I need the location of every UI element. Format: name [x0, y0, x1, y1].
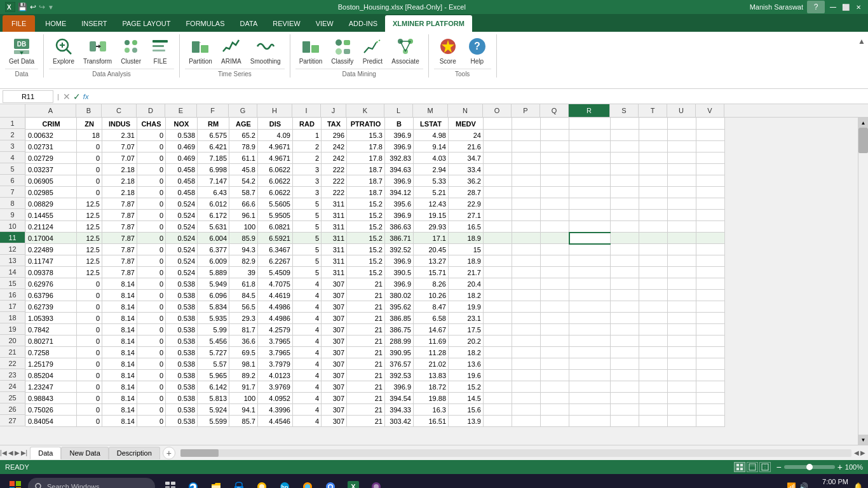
add-sheet-btn[interactable]: +	[163, 447, 175, 459]
cell-A24[interactable]: 1.23247	[26, 381, 77, 393]
cell-J24[interactable]: 307	[322, 381, 347, 393]
cell-N6[interactable]: 36.2	[449, 175, 484, 187]
cell-L1[interactable]: B	[385, 118, 414, 130]
cell-J3[interactable]: 242	[322, 141, 347, 152]
cell-O25[interactable]	[484, 393, 512, 404]
cell-V5[interactable]	[696, 164, 725, 175]
cell-M27[interactable]: 16.51	[414, 416, 449, 427]
cell-J25[interactable]: 307	[322, 393, 347, 404]
cell-C4[interactable]: 7.07	[102, 152, 137, 164]
cell-E14[interactable]: 0.524	[166, 267, 198, 278]
cell-C9[interactable]: 7.87	[102, 210, 137, 221]
cell-C20[interactable]: 8.14	[102, 336, 137, 347]
cell-L27[interactable]: 303.42	[385, 416, 414, 427]
cell-B6[interactable]: 0	[77, 175, 102, 187]
cell-D3[interactable]: 0	[137, 141, 166, 152]
cell-B26[interactable]: 0	[77, 404, 102, 416]
cell-A11[interactable]: 0.17004	[26, 233, 77, 244]
cell-B8[interactable]: 12.5	[77, 198, 102, 210]
cell-E4[interactable]: 0.469	[166, 152, 198, 164]
cell-T14[interactable]	[639, 267, 668, 278]
cell-E1[interactable]: NOX	[166, 118, 198, 130]
cell-E21[interactable]: 0.538	[166, 347, 198, 358]
predict-btn[interactable]: Predict	[358, 34, 386, 67]
cell-L24[interactable]: 396.9	[385, 381, 414, 393]
cell-C19[interactable]: 8.14	[102, 324, 137, 336]
cell-T21[interactable]	[639, 347, 668, 358]
cell-D9[interactable]: 0	[137, 210, 166, 221]
cell-G26[interactable]: 94.1	[229, 404, 258, 416]
cell-N8[interactable]: 22.9	[449, 198, 484, 210]
cell-E20[interactable]: 0.538	[166, 336, 198, 347]
redo-icon[interactable]: ↪	[39, 3, 45, 11]
col-header-T[interactable]: T	[639, 104, 667, 117]
cell-U14[interactable]	[668, 267, 696, 278]
col-header-N[interactable]: N	[448, 104, 483, 117]
cell-R19[interactable]	[569, 324, 611, 336]
cell-V24[interactable]	[696, 381, 725, 393]
volume-icon[interactable]: 🔊	[799, 482, 808, 488]
cell-S27[interactable]	[611, 416, 639, 427]
cell-P18[interactable]	[512, 313, 541, 324]
cell-P20[interactable]	[512, 336, 541, 347]
tab-page-layout[interactable]: PAGE LAYOUT	[114, 15, 178, 32]
cell-O17[interactable]	[484, 301, 512, 313]
col-header-G[interactable]: G	[229, 104, 257, 117]
cell-K17[interactable]: 21	[347, 301, 385, 313]
apps-btn[interactable]	[252, 477, 272, 488]
cell-A7[interactable]: 0.02985	[26, 187, 77, 198]
row-num-23[interactable]: 23	[0, 369, 25, 381]
cell-K8[interactable]: 15.2	[347, 198, 385, 210]
cell-H20[interactable]: 3.7965	[258, 336, 293, 347]
cell-M14[interactable]: 15.71	[414, 267, 449, 278]
cell-F25[interactable]: 5.813	[198, 393, 229, 404]
cell-E8[interactable]: 0.524	[166, 198, 198, 210]
cell-O22[interactable]	[484, 358, 512, 370]
cell-G18[interactable]: 29.3	[229, 313, 258, 324]
cell-Q22[interactable]	[541, 358, 569, 370]
cell-T26[interactable]	[639, 404, 668, 416]
cell-K13[interactable]: 15.2	[347, 255, 385, 267]
cell-S16[interactable]	[611, 290, 639, 301]
cell-K6[interactable]: 18.7	[347, 175, 385, 187]
cell-N5[interactable]: 33.4	[449, 164, 484, 175]
cell-H18[interactable]: 4.4986	[258, 313, 293, 324]
cell-G10[interactable]: 100	[229, 221, 258, 233]
cell-O26[interactable]	[484, 404, 512, 416]
cell-I1[interactable]: RAD	[293, 118, 322, 130]
cell-D2[interactable]: 0	[137, 130, 166, 141]
cell-N18[interactable]: 23.1	[449, 313, 484, 324]
cell-H12[interactable]: 6.3467	[258, 244, 293, 255]
cell-E18[interactable]: 0.538	[166, 313, 198, 324]
cell-U18[interactable]	[668, 313, 696, 324]
cell-S14[interactable]	[611, 267, 639, 278]
cell-J20[interactable]: 307	[322, 336, 347, 347]
cell-V11[interactable]	[696, 233, 725, 244]
cell-G7[interactable]: 58.7	[229, 187, 258, 198]
cell-E26[interactable]: 0.538	[166, 404, 198, 416]
cell-F22[interactable]: 5.57	[198, 358, 229, 370]
cell-F17[interactable]: 5.834	[198, 301, 229, 313]
col-header-Q[interactable]: Q	[540, 104, 569, 117]
col-header-C[interactable]: C	[102, 104, 137, 117]
col-header-O[interactable]: O	[483, 104, 512, 117]
cell-L23[interactable]: 392.53	[385, 370, 414, 381]
cell-J5[interactable]: 222	[322, 164, 347, 175]
cell-K10[interactable]: 15.2	[347, 221, 385, 233]
col-header-J[interactable]: J	[321, 104, 346, 117]
cell-N23[interactable]: 19.6	[449, 370, 484, 381]
cell-B24[interactable]: 0	[77, 381, 102, 393]
help-ribbon-btn[interactable]: ? Help	[463, 34, 491, 67]
cell-N16[interactable]: 18.2	[449, 290, 484, 301]
cell-D16[interactable]: 0	[137, 290, 166, 301]
cell-D27[interactable]: 0	[137, 416, 166, 427]
cell-K26[interactable]: 21	[347, 404, 385, 416]
cell-B16[interactable]: 0	[77, 290, 102, 301]
row-num-21[interactable]: 21	[0, 346, 25, 358]
cell-J23[interactable]: 307	[322, 370, 347, 381]
cell-R5[interactable]	[569, 164, 611, 175]
cell-L22[interactable]: 376.57	[385, 358, 414, 370]
cell-A18[interactable]: 1.05393	[26, 313, 77, 324]
cell-M22[interactable]: 21.02	[414, 358, 449, 370]
cell-G14[interactable]: 39	[229, 267, 258, 278]
